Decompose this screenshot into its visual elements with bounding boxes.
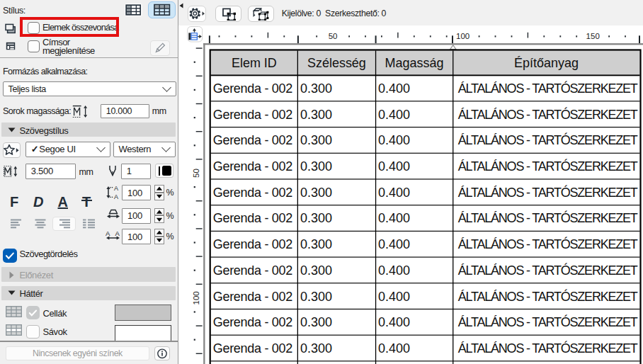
svg-text:0.400: 0.400: [378, 108, 410, 122]
svg-text:ÁLTALÁNOS - TARTÓSZERKEZET: ÁLTALÁNOS - TARTÓSZERKEZET: [458, 289, 638, 304]
svg-text:ÁLTALÁNOS - TARTÓSZERKEZET: ÁLTALÁNOS - TARTÓSZERKEZET: [458, 107, 638, 122]
svg-text:Gerenda - 002: Gerenda - 002: [213, 108, 293, 122]
svg-text:ÁLTALÁNOS - TARTÓSZERKEZET: ÁLTALÁNOS - TARTÓSZERKEZET: [458, 132, 638, 147]
svg-text:Gerenda - 002: Gerenda - 002: [213, 186, 293, 200]
svg-text:A: A: [114, 186, 118, 192]
svg-text:50: 50: [329, 32, 338, 40]
svg-text:Gerenda - 002: Gerenda - 002: [213, 290, 293, 304]
svg-text:ÁLTALÁNOS - TARTÓSZERKEZET: ÁLTALÁNOS - TARTÓSZERKEZET: [458, 81, 638, 96]
svg-text:0.300: 0.300: [300, 290, 332, 304]
svg-text:0.400: 0.400: [378, 81, 410, 96]
svg-text:Gerenda - 002: Gerenda - 002: [213, 341, 293, 356]
svg-text:A: A: [106, 229, 110, 237]
svg-text:Gerenda - 002: Gerenda - 002: [213, 159, 293, 174]
svg-text:0.400: 0.400: [378, 237, 410, 251]
svg-text:0.400: 0.400: [378, 315, 410, 329]
svg-text:ÁLTALÁNOS - TARTÓSZERKEZET: ÁLTALÁNOS - TARTÓSZERKEZET: [458, 263, 638, 278]
svg-text:Gerenda - 002: Gerenda - 002: [213, 133, 293, 147]
svg-text:0.400: 0.400: [378, 263, 410, 278]
svg-text:ÁLTALÁNOS - TARTÓSZERKEZET: ÁLTALÁNOS - TARTÓSZERKEZET: [458, 210, 638, 225]
svg-text:A: A: [114, 193, 118, 199]
svg-text:0.300: 0.300: [300, 237, 332, 251]
svg-text:Gerenda - 002: Gerenda - 002: [213, 263, 293, 278]
svg-text:A: A: [115, 229, 120, 237]
svg-text:0.300: 0.300: [300, 263, 332, 278]
svg-text:Gerenda - 002: Gerenda - 002: [213, 81, 293, 96]
svg-text:0.300: 0.300: [300, 186, 332, 200]
svg-text:Gerenda - 002: Gerenda - 002: [213, 315, 293, 329]
svg-text:0.400: 0.400: [378, 290, 410, 304]
svg-text:Magasság: Magasság: [385, 56, 443, 70]
svg-text:Szélesség: Szélesség: [307, 56, 366, 70]
svg-text:0.400: 0.400: [378, 211, 410, 225]
svg-text:ÁLTALÁNOS - TARTÓSZERKEZET: ÁLTALÁNOS - TARTÓSZERKEZET: [458, 185, 638, 200]
svg-text:0.300: 0.300: [300, 81, 332, 96]
svg-text:100: 100: [192, 291, 200, 305]
svg-text:0.300: 0.300: [300, 315, 332, 329]
svg-text:ÁLTALÁNOS - TARTÓSZERKEZET: ÁLTALÁNOS - TARTÓSZERKEZET: [458, 159, 638, 174]
svg-text:0.300: 0.300: [300, 211, 332, 225]
svg-text:Építőanyag: Építőanyag: [514, 56, 579, 70]
svg-text:100: 100: [456, 32, 470, 40]
svg-text:0.300: 0.300: [300, 108, 332, 122]
svg-text:ÁLTALÁNOS - TARTÓSZERKEZET: ÁLTALÁNOS - TARTÓSZERKEZET: [458, 237, 638, 251]
svg-text:0.300: 0.300: [300, 341, 332, 356]
svg-text:ÁLTALÁNOS - TARTÓSZERKEZET: ÁLTALÁNOS - TARTÓSZERKEZET: [458, 341, 638, 356]
svg-text:50: 50: [192, 169, 200, 178]
svg-text:0.400: 0.400: [378, 159, 410, 174]
svg-text:0.400: 0.400: [378, 133, 410, 147]
svg-text:0.400: 0.400: [378, 186, 410, 200]
svg-text:ÁLTALÁNOS - TARTÓSZERKEZET: ÁLTALÁNOS - TARTÓSZERKEZET: [458, 314, 638, 329]
svg-text:0.300: 0.300: [300, 159, 332, 174]
svg-text:Elem ID: Elem ID: [232, 56, 277, 70]
svg-text:Gerenda - 002: Gerenda - 002: [213, 211, 293, 225]
svg-text:150: 150: [586, 32, 599, 40]
svg-text:Gerenda - 002: Gerenda - 002: [213, 237, 293, 251]
svg-text:0.400: 0.400: [378, 341, 410, 356]
svg-text:0.300: 0.300: [300, 133, 332, 147]
